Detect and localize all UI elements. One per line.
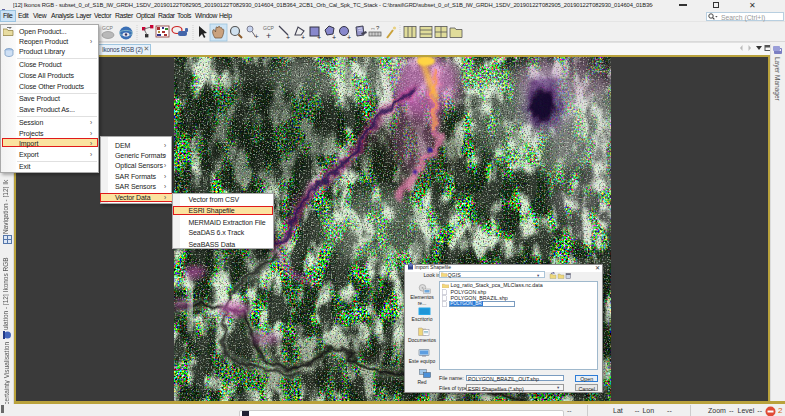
svg-text:+: + <box>332 34 336 41</box>
svg-text:+: + <box>266 31 271 41</box>
svg-text:+: + <box>254 32 259 41</box>
svg-text:+: + <box>347 34 351 41</box>
svg-text:+: + <box>301 34 305 41</box>
svg-text:+: + <box>286 34 290 41</box>
svg-text:↔?: ↔? <box>370 25 380 31</box>
svg-text:GCP: GCP <box>102 25 114 31</box>
svg-text:+: + <box>317 34 321 41</box>
